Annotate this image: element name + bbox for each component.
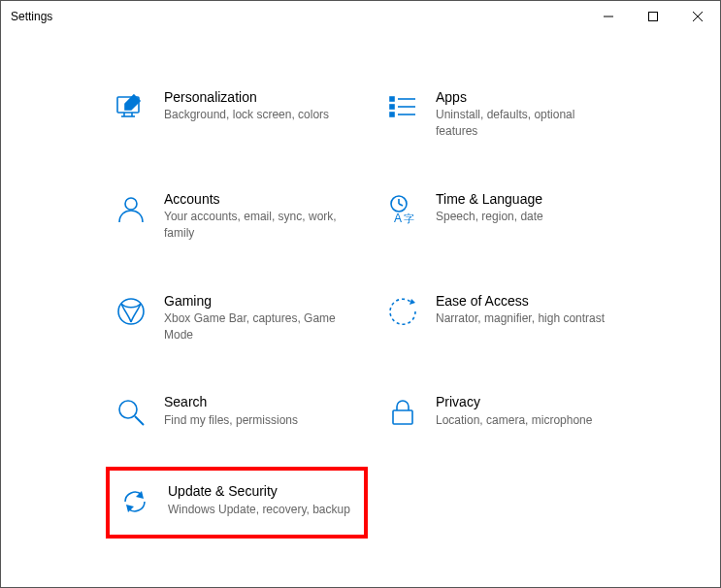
time-language-icon: A 字 (383, 190, 422, 229)
gaming-icon (112, 292, 150, 331)
tile-title: Ease of Access (436, 292, 605, 310)
svg-text:A: A (394, 212, 402, 225)
tile-apps[interactable]: Apps Uninstall, defaults, optional featu… (377, 81, 639, 147)
tile-update-security[interactable]: Update & Security Windows Update, recove… (106, 467, 368, 539)
tile-search[interactable]: Search Find my files, permissions (106, 385, 368, 440)
svg-line-23 (135, 416, 144, 425)
maximize-button[interactable] (631, 1, 675, 32)
tile-title: Apps (436, 88, 620, 106)
tile-title: Personalization (164, 88, 329, 106)
tile-ease-of-access[interactable]: Ease of Access Narrator, magnifier, high… (377, 284, 639, 351)
titlebar: Settings (1, 1, 720, 32)
privacy-icon (383, 393, 422, 432)
tile-desc: Windows Update, recovery, backup (168, 502, 350, 518)
personalization-icon (112, 88, 150, 127)
close-button[interactable] (675, 1, 720, 32)
tile-desc: Uninstall, defaults, optional features (436, 107, 620, 140)
svg-line-17 (399, 204, 403, 206)
window-title: Settings (11, 10, 586, 23)
svg-rect-24 (393, 410, 412, 424)
svg-point-22 (119, 401, 137, 418)
svg-rect-12 (390, 113, 394, 116)
svg-rect-1 (649, 13, 658, 21)
tile-desc: Location, camera, microphone (436, 412, 592, 429)
tile-title: Update & Security (168, 482, 350, 500)
svg-rect-10 (390, 105, 394, 109)
tile-desc: Your accounts, email, sync, work, family (164, 209, 348, 242)
tile-title: Privacy (436, 393, 592, 410)
tile-desc: Background, lock screen, colors (164, 107, 329, 123)
tile-desc: Xbox Game Bar, captures, Game Mode (164, 310, 348, 343)
svg-marker-21 (410, 299, 415, 305)
svg-point-14 (125, 198, 137, 210)
settings-grid: Personalization Background, lock screen,… (1, 32, 720, 558)
tile-desc: Narrator, magnifier, high contrast (436, 310, 605, 327)
apps-icon (383, 88, 422, 127)
update-security-icon (115, 482, 154, 521)
search-icon (112, 393, 150, 432)
tile-time-language[interactable]: A 字 Time & Language Speech, region, date (377, 182, 639, 249)
tile-title: Gaming (164, 292, 348, 310)
accounts-icon (112, 190, 150, 229)
svg-rect-8 (390, 97, 394, 101)
tile-title: Time & Language (436, 190, 543, 208)
tile-personalization[interactable]: Personalization Background, lock screen,… (106, 81, 368, 147)
window-controls (586, 1, 720, 32)
minimize-button[interactable] (586, 1, 631, 32)
tile-title: Search (164, 393, 298, 410)
tile-desc: Find my files, permissions (164, 412, 298, 429)
svg-text:字: 字 (404, 212, 414, 224)
tile-accounts[interactable]: Accounts Your accounts, email, sync, wor… (106, 182, 368, 249)
tile-privacy[interactable]: Privacy Location, camera, microphone (377, 385, 639, 440)
tile-desc: Speech, region, date (436, 209, 543, 225)
tile-title: Accounts (164, 190, 348, 208)
ease-of-access-icon (383, 292, 422, 331)
tile-gaming[interactable]: Gaming Xbox Game Bar, captures, Game Mod… (106, 284, 368, 351)
